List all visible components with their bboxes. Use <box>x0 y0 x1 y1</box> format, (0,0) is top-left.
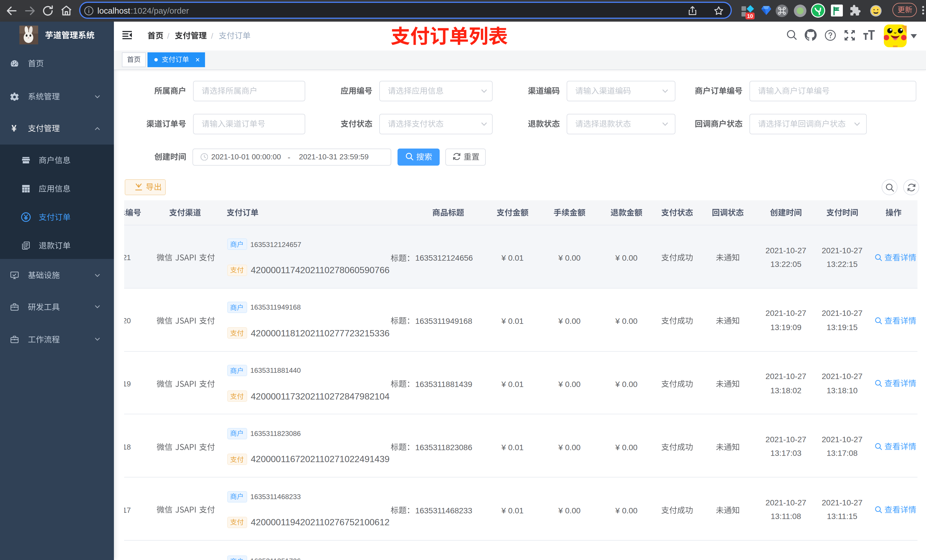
svg-text:10: 10 <box>747 13 753 19</box>
